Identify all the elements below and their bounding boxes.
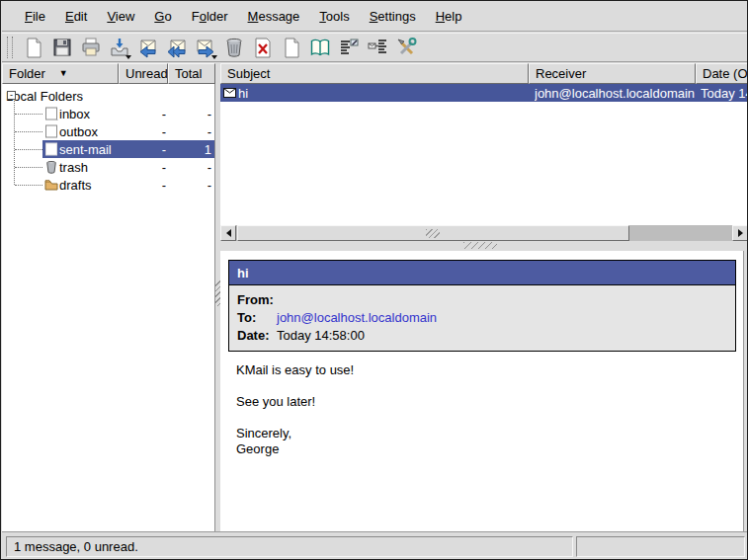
trash-icon bbox=[223, 37, 245, 58]
menu-view[interactable]: View bbox=[98, 6, 143, 27]
statusbar: 1 message, 0 unread. bbox=[2, 531, 747, 559]
sort-arrow-icon: ▼ bbox=[59, 69, 68, 78]
message-list-header: Subject Receiver Date (O bbox=[220, 63, 748, 84]
check-mail-button[interactable] bbox=[106, 35, 132, 60]
forward-button[interactable] bbox=[192, 35, 218, 60]
folder-list-header: Folder ▼ Unread Total bbox=[2, 63, 215, 84]
new-note-button[interactable] bbox=[278, 35, 304, 60]
forward-dropdown-icon[interactable] bbox=[211, 55, 217, 59]
delete-button[interactable] bbox=[249, 35, 276, 60]
menu-settings[interactable]: Settings bbox=[361, 6, 425, 27]
folder-row-trash[interactable]: trash - - bbox=[2, 158, 214, 176]
subject-column-header[interactable]: Subject bbox=[220, 63, 529, 84]
create-filter-button[interactable] bbox=[335, 35, 362, 60]
message-row[interactable]: hi john@localhost.localdomain Today 14 bbox=[220, 84, 748, 102]
trash-button[interactable] bbox=[220, 35, 247, 60]
status-message-panel: 1 message, 0 unread. bbox=[6, 536, 573, 557]
message-header-box: hi From: To: john@localhost.localdomain … bbox=[228, 260, 736, 352]
tree-branch-line bbox=[15, 185, 42, 186]
trash-icon bbox=[44, 160, 58, 174]
check-mail-dropdown-icon[interactable] bbox=[125, 55, 131, 59]
body-paragraph: See you later! bbox=[236, 394, 354, 410]
configure-icon bbox=[395, 37, 417, 58]
menu-tools[interactable]: Tools bbox=[310, 6, 358, 27]
new-note-icon bbox=[281, 37, 302, 58]
horizontal-scrollbar[interactable] bbox=[220, 225, 748, 241]
menu-file[interactable]: File bbox=[16, 6, 54, 27]
save-button[interactable] bbox=[48, 35, 75, 60]
address-book-button[interactable] bbox=[306, 35, 333, 60]
horizontal-splitter-handle[interactable] bbox=[463, 242, 497, 249]
folder-row-sent-mail[interactable]: sent-mail - 1 bbox=[2, 140, 214, 158]
kmail-window: File Edit View Go Folder Message Tools S… bbox=[0, 0, 748, 560]
to-address-link[interactable]: john@localhost.localdomain bbox=[277, 310, 437, 325]
reply-icon bbox=[137, 37, 159, 58]
scroll-left-icon bbox=[226, 229, 231, 237]
tree-branch-line bbox=[15, 131, 42, 132]
new-message-button[interactable] bbox=[20, 35, 46, 60]
menu-go[interactable]: Go bbox=[145, 6, 180, 27]
address-book-icon bbox=[309, 37, 331, 58]
scroll-right-icon bbox=[738, 229, 743, 237]
body-paragraph: KMail is easy to use! bbox=[236, 362, 354, 378]
tree-branch-line bbox=[15, 114, 42, 115]
tree-branch-line bbox=[15, 149, 42, 150]
create-filter-icon bbox=[338, 37, 360, 58]
folder-tree-pane: - Local Folders inbox - - outbox - - sen… bbox=[2, 84, 215, 531]
status-text: 1 message, 0 unread. bbox=[14, 539, 138, 554]
mail-page-icon bbox=[44, 107, 58, 120]
folder-row-local-folders[interactable]: - Local Folders bbox=[2, 87, 214, 105]
menu-edit[interactable]: Edit bbox=[56, 6, 96, 27]
envelope-icon bbox=[223, 88, 236, 98]
toolbar-handle[interactable] bbox=[7, 37, 13, 58]
menu-message[interactable]: Message bbox=[239, 6, 309, 27]
apply-filters-button[interactable] bbox=[364, 35, 390, 60]
save-icon bbox=[51, 37, 73, 58]
collapse-expander-icon[interactable]: - bbox=[7, 91, 16, 100]
message-subject-bar: hi bbox=[229, 261, 735, 285]
folder-row-outbox[interactable]: outbox - - bbox=[2, 122, 214, 140]
body-paragraph: Sincerely,George bbox=[236, 426, 354, 457]
configure-button[interactable] bbox=[392, 35, 419, 60]
reply-all-button[interactable] bbox=[163, 35, 190, 60]
scrollbar-thumb[interactable] bbox=[237, 225, 629, 241]
message-body: KMail is easy to use! See you later! Sin… bbox=[236, 362, 354, 457]
main-toolbar bbox=[2, 33, 747, 62]
menu-help[interactable]: Help bbox=[427, 6, 471, 27]
print-icon bbox=[80, 37, 102, 58]
folder-icon bbox=[44, 178, 58, 192]
reply-all-icon bbox=[166, 37, 188, 58]
print-button[interactable] bbox=[77, 35, 104, 60]
delete-icon bbox=[252, 37, 274, 58]
date-row: Date: Today 14:58:00 bbox=[237, 326, 727, 344]
scroll-right-button[interactable] bbox=[732, 225, 748, 241]
status-extra-panel bbox=[576, 536, 745, 557]
tree-branch-line bbox=[15, 167, 42, 168]
folder-row-drafts[interactable]: drafts - - bbox=[2, 176, 214, 194]
date-column-header[interactable]: Date (O bbox=[696, 63, 748, 84]
scroll-left-button[interactable] bbox=[220, 225, 236, 241]
mail-page-icon bbox=[44, 142, 58, 156]
total-column-header[interactable]: Total bbox=[168, 63, 215, 84]
message-reader-pane: hi From: To: john@localhost.localdomain … bbox=[220, 251, 744, 531]
unread-column-header[interactable]: Unread bbox=[119, 63, 168, 84]
apply-filters-icon bbox=[367, 37, 388, 58]
folder-row-inbox[interactable]: inbox - - bbox=[2, 105, 214, 122]
receiver-column-header[interactable]: Receiver bbox=[529, 63, 696, 84]
message-list-pane bbox=[220, 84, 748, 225]
to-row: To: john@localhost.localdomain bbox=[237, 308, 727, 326]
date-value: Today 14:58:00 bbox=[277, 328, 365, 343]
mail-page-icon bbox=[44, 124, 58, 138]
reply-button[interactable] bbox=[134, 35, 161, 60]
menubar: File Edit View Go Folder Message Tools S… bbox=[2, 2, 747, 32]
from-row: From: bbox=[237, 290, 727, 308]
new-message-icon bbox=[23, 37, 44, 58]
menu-folder[interactable]: Folder bbox=[183, 6, 237, 27]
scrollbar-grip-icon bbox=[426, 229, 440, 238]
folder-column-header[interactable]: Folder ▼ bbox=[2, 63, 119, 84]
